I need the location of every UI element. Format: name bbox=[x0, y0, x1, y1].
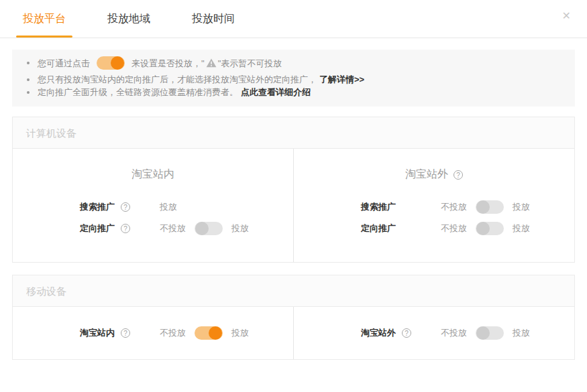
status-text: 投放 bbox=[160, 201, 177, 213]
status-off-label: 不投放 bbox=[441, 222, 467, 235]
section-title: 计算机设备 bbox=[13, 117, 574, 149]
help-icon[interactable]: ? bbox=[453, 170, 463, 180]
row-search-promotion: 搜索推广 不投放 投放 bbox=[294, 196, 574, 218]
notice-line-2: 您只有投放淘宝站内的定向推广后，才能选择投放淘宝站外的定向推广， 了解详情>> bbox=[12, 73, 575, 86]
help-icon[interactable]: ? bbox=[121, 224, 130, 233]
column-taobao-offsite-mobile: 淘宝站外 ? 不投放 投放 bbox=[293, 307, 574, 359]
notice-text: 定向推广全面升级，全链路资源位覆盖精准消费者。 bbox=[38, 86, 238, 99]
row-taobao-onsite: 淘宝站内 ? 不投放 投放 bbox=[13, 322, 293, 344]
status-off-label: 不投放 bbox=[160, 222, 186, 235]
status-on-label: 投放 bbox=[513, 327, 530, 339]
row-label: 搜索推广 bbox=[361, 201, 396, 213]
row-targeted-promotion: 定向推广 ? 不投放 投放 bbox=[13, 218, 293, 239]
close-icon[interactable]: ✕ bbox=[562, 9, 571, 22]
status-on-label: 投放 bbox=[513, 222, 530, 235]
section-mobile-devices: 移动设备 淘宝站内 ? 不投放 投放 淘宝站外 ? 不投放 投放 bbox=[12, 275, 575, 360]
column-title-text: 淘宝站内 bbox=[131, 168, 174, 182]
help-icon[interactable]: ? bbox=[121, 328, 130, 338]
column-taobao-onsite: 淘宝站内 搜索推广 ? 投放 定向推广 ? 不投放 投放 bbox=[13, 149, 293, 262]
status-on-label: 投放 bbox=[231, 222, 249, 235]
row-targeted-promotion: 定向推广 不投放 投放 bbox=[294, 218, 574, 239]
dialog-tab-bar: 投放平台 投放地域 投放时间 ✕ bbox=[0, 0, 587, 38]
row-taobao-offsite: 淘宝站外 ? 不投放 投放 bbox=[294, 322, 574, 344]
toggle-example-icon bbox=[97, 56, 125, 70]
notice-line-3: 定向推广全面升级，全链路资源位覆盖精准消费者。 点此查看详细介绍 bbox=[12, 86, 575, 99]
detail-intro-link[interactable]: 点此查看详细介绍 bbox=[241, 86, 311, 99]
bullet-dot bbox=[27, 91, 30, 94]
section-computer-devices: 计算机设备 淘宝站内 搜索推广 ? 投放 定向推广 ? 不投放 投放 bbox=[12, 117, 575, 263]
help-icon[interactable]: ? bbox=[402, 328, 411, 338]
row-label: 搜索推广 bbox=[80, 201, 115, 213]
notice-text: 来设置是否投放，" bbox=[131, 57, 205, 70]
column-title: 淘宝站内 bbox=[13, 168, 293, 182]
column-title: 淘宝站外 ? bbox=[294, 168, 574, 182]
tab-delivery-platform[interactable]: 投放平台 bbox=[16, 0, 72, 38]
learn-more-link[interactable]: 了解详情>> bbox=[319, 73, 364, 86]
status-off-label: 不投放 bbox=[441, 327, 467, 339]
warning-icon bbox=[206, 58, 217, 68]
delivery-toggle[interactable] bbox=[195, 222, 223, 235]
help-icon[interactable]: ? bbox=[121, 202, 130, 212]
notice-text: 您只有投放淘宝站内的定向推广后，才能选择投放淘宝站外的定向推广， bbox=[38, 73, 317, 86]
column-title-text: 淘宝站外 bbox=[405, 168, 448, 182]
delivery-toggle[interactable] bbox=[195, 326, 223, 340]
row-label: 定向推广 bbox=[80, 222, 115, 235]
bullet-dot bbox=[27, 78, 30, 81]
notice-text: "表示暂不可投放 bbox=[218, 57, 282, 70]
column-taobao-offsite: 淘宝站外 ? 搜索推广 不投放 投放 定向推广 不投放 投放 bbox=[293, 149, 574, 262]
row-label: 定向推广 bbox=[361, 222, 396, 235]
notice-line-1: 您可通过点击 来设置是否投放，" "表示暂不可投放 bbox=[12, 56, 575, 70]
tab-delivery-time[interactable]: 投放时间 bbox=[185, 0, 242, 38]
status-off-label: 不投放 bbox=[441, 201, 467, 213]
row-search-promotion: 搜索推广 ? 投放 bbox=[13, 196, 293, 218]
delivery-toggle[interactable] bbox=[476, 222, 504, 235]
status-on-label: 投放 bbox=[231, 327, 249, 339]
status-on-label: 投放 bbox=[513, 201, 530, 213]
bullet-dot bbox=[27, 62, 30, 64]
row-label: 淘宝站内 bbox=[80, 327, 115, 339]
delivery-toggle[interactable] bbox=[476, 326, 504, 340]
row-label: 淘宝站外 bbox=[361, 327, 396, 339]
notice-text: 您可通过点击 bbox=[38, 57, 90, 70]
column-taobao-onsite-mobile: 淘宝站内 ? 不投放 投放 bbox=[13, 307, 293, 359]
notice-box: 您可通过点击 来设置是否投放，" "表示暂不可投放 您只有投放淘宝站内的定向推广… bbox=[12, 50, 575, 107]
delivery-toggle[interactable] bbox=[476, 200, 504, 214]
section-title: 移动设备 bbox=[13, 275, 574, 307]
tab-delivery-region[interactable]: 投放地域 bbox=[101, 0, 157, 38]
status-off-label: 不投放 bbox=[160, 327, 186, 339]
